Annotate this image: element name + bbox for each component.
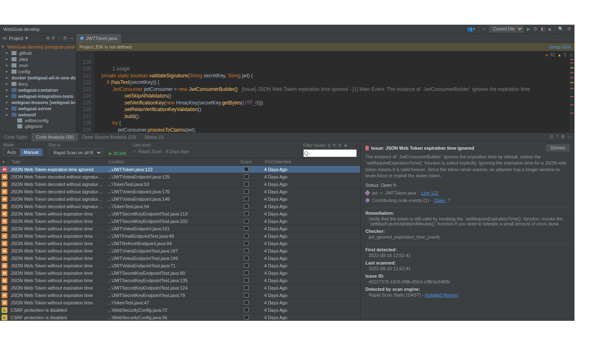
- expand-icon[interactable]: ⇵: [51, 35, 55, 41]
- line-link[interactable]: Line 122: [421, 190, 438, 195]
- target-icon[interactable]: ⊕: [46, 35, 50, 41]
- table-row[interactable]: MJSON Web Token decoded without signatur…: [0, 195, 360, 203]
- hammer-icon[interactable]: ↖: [482, 26, 486, 32]
- panel-tab[interactable]: Code Sight:: [0, 133, 32, 141]
- th-scans[interactable]: Scans: [230, 160, 263, 164]
- gear-icon[interactable]: ⚙: [561, 134, 565, 139]
- play-icon[interactable]: ▶: [527, 26, 530, 32]
- table-row[interactable]: MJSON Web Token without expiration time.…: [0, 232, 360, 240]
- th-type[interactable]: Type: [9, 160, 106, 164]
- user-icon[interactable]: 👥▾: [467, 26, 475, 32]
- lastscan-label: Last scan:: [133, 143, 189, 147]
- block-icon[interactable]: ⊘: [338, 143, 342, 148]
- events-open-link[interactable]: Open: [434, 198, 445, 203]
- tree-item[interactable]: ▸docs: [0, 81, 76, 87]
- panel-tab[interactable]: Code Analysis (56): [32, 133, 78, 141]
- filter-input[interactable]: [303, 149, 357, 157]
- settings-icon[interactable]: ⚙: [63, 35, 67, 41]
- tree-item[interactable]: ▸.mvn: [0, 62, 76, 68]
- th-detected[interactable]: First Detected: [263, 160, 360, 164]
- jdk-warning-bar: Project JDK is not defined Setup SDK: [76, 43, 574, 51]
- table-row[interactable]: HJSON Web Token expiration time ignored.…: [0, 166, 360, 173]
- tree-item[interactable]: ▸config: [0, 68, 76, 74]
- hide-icon[interactable]: —: [69, 35, 73, 41]
- table-row[interactable]: MJSON Web Token without expiration time.…: [0, 284, 360, 292]
- table-row[interactable]: MJSON Web Token decoded without signatur…: [0, 181, 360, 188]
- last-scanned-label: Last scanned:: [365, 260, 570, 265]
- tab-jwttoken[interactable]: JWTToken.java: [76, 34, 121, 43]
- lastscan-value: Rapid Scan - 4 Days Ago: [138, 149, 189, 154]
- warning-count: 5: [564, 53, 566, 58]
- tree-item[interactable]: ▸webgoat-integration-tests: [0, 93, 76, 99]
- stop-icon[interactable]: ■: [548, 27, 551, 32]
- remediation-label: Remediation:: [365, 211, 570, 216]
- run-bar: Mode: AutoManual Run a: Rapid Scan on al…: [0, 141, 360, 158]
- table-row[interactable]: MJSON Web Token decoded without signatur…: [0, 188, 360, 195]
- help-icon[interactable]: ?: [448, 198, 450, 203]
- table-row[interactable]: MJSON Web Token without expiration time.…: [0, 292, 360, 299]
- table-row[interactable]: LCSRF protection is disabled...\WebSecur…: [0, 306, 360, 314]
- table-row[interactable]: MJSON Web Token without expiration time.…: [0, 262, 360, 269]
- table-row[interactable]: MJSON Web Token decoded without signatur…: [0, 173, 360, 181]
- mode-manual[interactable]: Manual: [20, 148, 42, 156]
- table-row[interactable]: MJSON Web Token without expiration time.…: [0, 255, 360, 262]
- first-detected-value: 2022-09-16 12:52:41: [365, 253, 570, 258]
- hide-panel-icon[interactable]: —: [567, 134, 572, 139]
- refresh-icon[interactable]: ↻: [333, 143, 336, 148]
- project-tree[interactable]: ▾WebGoat-develop [webgoat-parent] ▸.gith…: [0, 43, 76, 132]
- severity-badge: H: [365, 146, 369, 151]
- table-row[interactable]: MJSON Web Token without expiration time.…: [0, 240, 360, 247]
- table-row[interactable]: MJSON Web Token without expiration time.…: [0, 269, 360, 277]
- setup-sdk-link[interactable]: Setup SDK: [549, 44, 571, 49]
- table-row[interactable]: LCSRF protection is disabled...\WebSecur…: [0, 314, 360, 321]
- help-icon[interactable]: ?: [556, 134, 558, 139]
- menu-icon[interactable]: ☰: [549, 134, 554, 139]
- tree-item[interactable]: ▸webgoat-container: [0, 87, 76, 93]
- table-row[interactable]: MJSON Web Token without expiration time.…: [0, 218, 360, 225]
- mode-auto[interactable]: Auto: [3, 148, 20, 156]
- tree-item[interactable]: ▸.github: [0, 50, 76, 56]
- collapse-icon[interactable]: ⋮: [57, 35, 61, 41]
- tree-item[interactable]: .gitignore: [0, 123, 76, 129]
- issues-table[interactable]: ▾ Type Location Scans First Detected HJS…: [0, 158, 360, 321]
- last-scanned-value: 2022-09-16 12:52:41: [365, 266, 570, 271]
- table-row[interactable]: MJSON Web Token without expiration time.…: [0, 299, 360, 306]
- titlebar: WebGoat-develop 👥▾ ↖ Current File ▶ ⚙ ◧ …: [0, 25, 574, 34]
- status-label: Status:: [365, 183, 379, 188]
- dismiss-button[interactable]: Dismiss: [546, 144, 570, 151]
- run-config-select[interactable]: Current File: [489, 26, 523, 32]
- code-body[interactable]: 1 usage private static boolean validateS…: [94, 51, 570, 132]
- table-row[interactable]: MJSON Web Token without expiration time.…: [0, 210, 360, 218]
- project-title: Project: [9, 36, 23, 41]
- panel-tab[interactable]: Open Source Analysis (23): [78, 133, 140, 141]
- tree-item[interactable]: ▸webgoat-server: [0, 105, 76, 111]
- tree-item[interactable]: ▸webgoat-lessons [webgoat-lessons: [0, 99, 76, 105]
- tree-item[interactable]: ▸docker [webgoat-all-in-one-docke: [0, 74, 76, 81]
- project-header: ▭ Project ▾ ⊕ ⇵ ⋮ ⚙ —: [0, 34, 76, 43]
- panel-tab[interactable]: Status (1): [140, 133, 168, 141]
- debug-icon[interactable]: ⚙: [533, 26, 537, 32]
- status-value: Open: [381, 183, 392, 188]
- th-location[interactable]: Location: [106, 160, 230, 164]
- search-icon[interactable]: 🔍: [558, 26, 564, 32]
- checker-label: Checker:: [365, 229, 570, 234]
- tree-root[interactable]: ▾WebGoat-develop [webgoat-parent]: [0, 44, 76, 50]
- runa-select[interactable]: Rapid Scan on all files: [49, 148, 102, 157]
- scan-button[interactable]: SCAN: [109, 151, 126, 156]
- gear-icon[interactable]: ⚙: [567, 26, 571, 32]
- table-row[interactable]: MJSON Web Token without expiration time.…: [0, 277, 360, 284]
- error-strip[interactable]: ●62▲5ㅅ: [570, 51, 574, 132]
- tree-item[interactable]: ▸webwolf: [0, 111, 76, 118]
- gutter: 119120121122123124125126127128129: [76, 51, 94, 132]
- refresh-icon[interactable]: ↻: [393, 183, 397, 188]
- tree-item[interactable]: .editorconfig: [0, 118, 76, 123]
- funnel-icon[interactable]: ▼: [343, 143, 348, 148]
- table-row[interactable]: MJSON Web Token decoded without signatur…: [0, 203, 360, 210]
- error-count: 62: [550, 53, 555, 58]
- coverage-icon[interactable]: ◧: [541, 26, 545, 32]
- table-row[interactable]: MJSON Web Token without expiration time.…: [0, 225, 360, 232]
- engine-link[interactable]: Installed Version: [425, 292, 458, 297]
- tree-item[interactable]: ▸.idea: [0, 56, 76, 62]
- table-row[interactable]: MJSON Web Token without expiration time.…: [0, 247, 360, 255]
- copy-icon[interactable]: ⎘: [328, 143, 331, 148]
